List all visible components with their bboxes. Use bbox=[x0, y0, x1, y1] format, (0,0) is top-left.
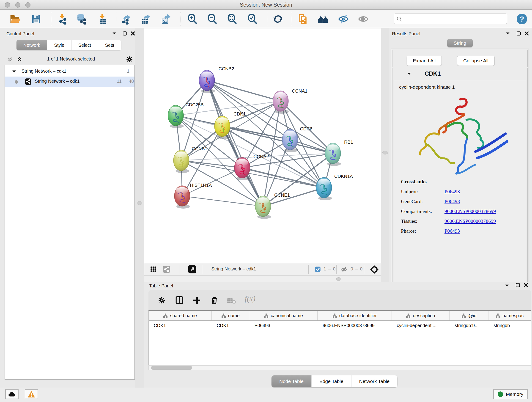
import-network-file-icon[interactable] bbox=[56, 13, 68, 25]
delete-table-icon[interactable] bbox=[227, 298, 236, 305]
column-header-name[interactable]: name bbox=[212, 311, 249, 320]
table-cell[interactable]: stringdb bbox=[488, 321, 531, 331]
table-cell[interactable]: P06493 bbox=[249, 321, 317, 331]
table-cell[interactable]: stringdb:9... bbox=[450, 321, 488, 331]
node-CCNE1[interactable]: CCNE1 bbox=[255, 192, 290, 219]
tab-network[interactable]: Network bbox=[17, 40, 47, 50]
column-header-canonical-name[interactable]: canonical name bbox=[249, 311, 317, 320]
table-cell[interactable]: 9606.ENSP00000378699 bbox=[317, 321, 392, 331]
node-table[interactable]: shared namenamecanonical namedatabase id… bbox=[148, 310, 531, 365]
first-neighbors-icon[interactable] bbox=[317, 13, 329, 25]
splitter-handle[interactable] bbox=[336, 277, 341, 281]
network-collection-row[interactable]: String Network – cdk1 1 bbox=[5, 66, 134, 77]
horizontal-splitter[interactable] bbox=[144, 276, 381, 282]
expand-all-button[interactable]: Expand All bbox=[407, 56, 442, 66]
export-table-icon[interactable] bbox=[140, 13, 152, 25]
help-icon[interactable]: ? bbox=[516, 13, 528, 25]
import-network-database-icon[interactable] bbox=[75, 13, 87, 25]
search-input[interactable] bbox=[394, 13, 507, 24]
node-CDKN1A[interactable]: CDKN1A bbox=[316, 174, 353, 200]
expander-icon[interactable] bbox=[12, 70, 17, 73]
crosslink-link[interactable]: P06493 bbox=[444, 228, 460, 234]
table-options-gear-icon[interactable] bbox=[158, 296, 166, 305]
table-row[interactable]: CDK1CDK1P064939606.ENSP00000378699cyclin… bbox=[149, 321, 531, 331]
undock-panel-icon[interactable] bbox=[122, 31, 127, 37]
refresh-icon[interactable] bbox=[272, 13, 284, 25]
column-header-database-identifier[interactable]: database identifier bbox=[317, 311, 392, 320]
add-column-icon[interactable] bbox=[192, 296, 201, 306]
table-horizontal-scrollbar[interactable] bbox=[148, 365, 531, 370]
close-panel-icon[interactable] bbox=[131, 31, 135, 37]
table-cell[interactable]: cyclin-dependent ... bbox=[392, 321, 450, 331]
gene-section-header[interactable]: CDK1 bbox=[393, 68, 527, 80]
tab-style[interactable]: Style bbox=[47, 40, 71, 50]
network-row-selected[interactable]: String Network – cdk1 11 48 bbox=[5, 77, 134, 87]
open-in-new-view-icon[interactable] bbox=[188, 265, 196, 274]
selected-checkbox-icon[interactable] bbox=[315, 266, 321, 273]
undock-panel-icon[interactable] bbox=[515, 283, 520, 288]
table-cell[interactable]: CDK1 bbox=[212, 321, 249, 331]
column-header-shared-name[interactable]: shared name bbox=[149, 311, 212, 320]
node-CDC25B[interactable]: CDC25B bbox=[168, 102, 204, 128]
copy-network-icon[interactable] bbox=[297, 13, 309, 25]
edge-CCNA2-HIST1H1A[interactable] bbox=[182, 168, 242, 196]
float-panel-icon[interactable] bbox=[112, 31, 117, 36]
open-session-icon[interactable] bbox=[9, 13, 21, 25]
delete-column-icon[interactable] bbox=[210, 296, 219, 306]
crosslink-link[interactable]: 9606.ENSP00000378699 bbox=[444, 208, 496, 214]
tab-string[interactable]: String bbox=[447, 39, 473, 47]
zoom-in-icon[interactable] bbox=[186, 13, 198, 25]
export-network-icon[interactable] bbox=[120, 13, 132, 25]
import-table-file-icon[interactable] bbox=[96, 13, 108, 25]
warnings-button[interactable] bbox=[25, 389, 38, 399]
table-cell[interactable]: CDK1 bbox=[149, 321, 212, 331]
crosslink-link[interactable]: P06493 bbox=[444, 198, 460, 204]
float-panel-icon[interactable] bbox=[505, 31, 510, 36]
zoom-fit-icon[interactable] bbox=[226, 13, 238, 25]
export-image-icon[interactable] bbox=[160, 13, 172, 25]
column-header--id[interactable]: @id bbox=[450, 311, 488, 320]
splitter-handle[interactable] bbox=[137, 201, 142, 205]
show-columns-icon[interactable] bbox=[175, 296, 184, 306]
memory-button[interactable]: Memory bbox=[493, 389, 528, 399]
undock-panel-icon[interactable] bbox=[516, 31, 521, 37]
edge-CCNB1-CCNA2[interactable] bbox=[181, 160, 242, 168]
node-CCNA1[interactable]: CCNA1 bbox=[273, 89, 307, 114]
float-panel-icon[interactable] bbox=[504, 283, 509, 288]
column-header-namespac[interactable]: namespac bbox=[488, 311, 531, 320]
crosslink-link[interactable]: 9606.ENSP00000378699 bbox=[444, 218, 496, 224]
grid-view-icon[interactable] bbox=[150, 266, 158, 274]
close-panel-icon[interactable] bbox=[524, 283, 528, 288]
tab-select[interactable]: Select bbox=[71, 40, 98, 50]
tab-node-table[interactable]: Node Table bbox=[272, 375, 312, 387]
options-gear-icon[interactable] bbox=[126, 56, 133, 64]
network-view-badge-icon[interactable] bbox=[163, 265, 171, 274]
save-session-icon[interactable] bbox=[30, 13, 42, 25]
cloud-button[interactable] bbox=[5, 389, 19, 399]
crosslink-link[interactable]: P06493 bbox=[444, 189, 460, 195]
column-header-description[interactable]: description bbox=[392, 311, 450, 320]
edge-CCNA1-CCNB1[interactable] bbox=[181, 101, 281, 160]
close-panel-icon[interactable] bbox=[525, 31, 529, 37]
node-RB1[interactable]: RB1 bbox=[325, 140, 353, 166]
function-builder-icon[interactable]: f(x) bbox=[245, 294, 255, 303]
show-all-icon[interactable] bbox=[357, 13, 369, 25]
zoom-out-icon[interactable] bbox=[206, 13, 218, 25]
tab-edge-table[interactable]: Edge Table bbox=[312, 375, 351, 387]
scrollbar-thumb[interactable] bbox=[151, 366, 192, 370]
node-HIST1H1A[interactable]: HIST1H1A bbox=[174, 183, 212, 209]
right-splitter[interactable] bbox=[381, 28, 389, 282]
collapse-all-button[interactable]: Collapse All bbox=[457, 56, 495, 66]
left-splitter[interactable] bbox=[135, 28, 144, 388]
edge-HIST1H1A-CCNE1[interactable] bbox=[182, 196, 263, 206]
network-canvas[interactable]: CCNB2CCNA1CDC25BCDK1CDC6RB1CCNB1CCNA2CDK… bbox=[144, 28, 381, 263]
zoom-selected-icon[interactable] bbox=[247, 13, 259, 25]
collapse-section-icon[interactable] bbox=[407, 72, 412, 76]
edge-CCNB2-CCNE1[interactable] bbox=[207, 80, 263, 206]
edge-CDKN1A-CCNE1[interactable] bbox=[263, 188, 324, 206]
birds-eye-view-icon[interactable] bbox=[370, 265, 379, 275]
tab-sets[interactable]: Sets bbox=[98, 40, 121, 50]
tab-network-table[interactable]: Network Table bbox=[351, 375, 398, 387]
splitter-handle[interactable] bbox=[382, 151, 388, 154]
hide-selected-icon[interactable] bbox=[337, 13, 349, 25]
